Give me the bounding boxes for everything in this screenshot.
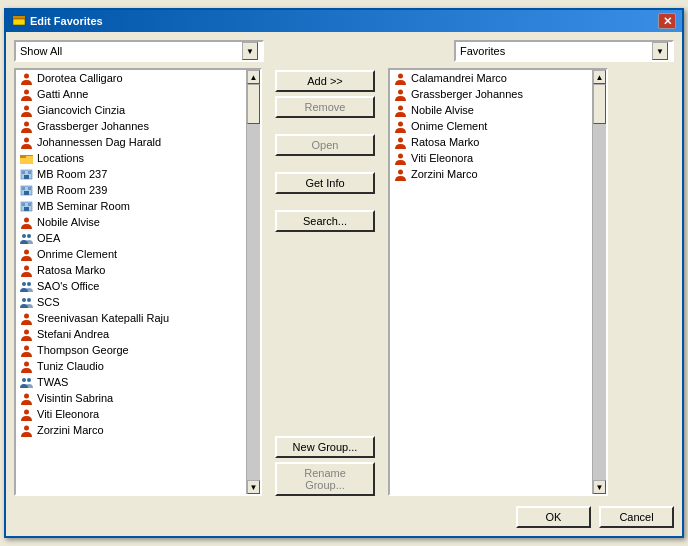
left-list-item[interactable]: OEA: [16, 230, 246, 246]
svg-point-5: [24, 105, 29, 110]
right-scroll-thumb[interactable]: [593, 84, 606, 124]
left-list-item[interactable]: Sreenivasan Katepalli Raju: [16, 310, 246, 326]
svg-point-41: [398, 73, 403, 78]
person-icon: [393, 151, 407, 165]
svg-point-23: [24, 217, 29, 222]
item-label: Ratosa Marko: [37, 264, 105, 276]
scroll-down-arrow[interactable]: ▼: [247, 480, 260, 494]
left-list-item[interactable]: Onrime Clement: [16, 246, 246, 262]
right-list-item[interactable]: Calamandrei Marco: [390, 70, 592, 86]
svg-point-32: [24, 313, 29, 318]
person-icon: [19, 103, 33, 117]
get-info-button[interactable]: Get Info: [275, 172, 375, 194]
person-icon: [19, 119, 33, 133]
show-all-value: Show All: [20, 45, 62, 57]
right-scroll-up-arrow[interactable]: ▲: [593, 70, 606, 84]
remove-button[interactable]: Remove: [275, 96, 375, 118]
edit-favorites-window: Edit Favorites ✕ Show All ▼ Favorites ▼: [4, 8, 684, 538]
svg-point-33: [24, 329, 29, 334]
item-label: OEA: [37, 232, 60, 244]
favorites-arrow[interactable]: ▼: [652, 42, 668, 60]
show-all-combo[interactable]: Show All ▼: [14, 40, 264, 62]
right-scroll-down-arrow[interactable]: ▼: [593, 480, 606, 494]
main-area: Dorotea Calligaro Gatti Anne Giancovich …: [14, 68, 674, 496]
right-list-item[interactable]: Onime Clement: [390, 118, 592, 134]
left-list-item[interactable]: Gatti Anne: [16, 86, 246, 102]
right-scrollbar[interactable]: ▲ ▼: [592, 70, 606, 494]
item-label: Ratosa Marko: [411, 136, 479, 148]
svg-rect-16: [24, 191, 29, 195]
left-list-item[interactable]: Thompson George: [16, 342, 246, 358]
left-list-item[interactable]: Giancovich Cinzia: [16, 102, 246, 118]
left-list-item[interactable]: SAO's Office: [16, 278, 246, 294]
svg-point-37: [27, 378, 31, 382]
right-list-item[interactable]: Grassberger Johannes: [390, 86, 592, 102]
svg-point-45: [398, 137, 403, 142]
item-label: Onime Clement: [411, 120, 487, 132]
left-list-item[interactable]: Viti Eleonora: [16, 406, 246, 422]
person-icon: [19, 343, 33, 357]
right-list-item[interactable]: Ratosa Marko: [390, 134, 592, 150]
right-list: Calamandrei Marco Grassberger Johannes N…: [390, 70, 592, 182]
new-group-button[interactable]: New Group...: [275, 436, 375, 458]
left-list-item[interactable]: Tuniz Claudio: [16, 358, 246, 374]
right-list-scroll[interactable]: Calamandrei Marco Grassberger Johannes N…: [390, 70, 592, 494]
left-list-scroll[interactable]: Dorotea Calligaro Gatti Anne Giancovich …: [16, 70, 246, 494]
open-button[interactable]: Open: [275, 134, 375, 156]
left-list-item[interactable]: Johannessen Dag Harald: [16, 134, 246, 150]
item-label: Visintin Sabrina: [37, 392, 113, 404]
scroll-thumb[interactable]: [247, 84, 260, 124]
left-list-item[interactable]: Locations: [16, 150, 246, 166]
svg-point-36: [22, 378, 26, 382]
svg-point-44: [398, 121, 403, 126]
item-label: TWAS: [37, 376, 68, 388]
left-list-item[interactable]: Ratosa Marko: [16, 262, 246, 278]
svg-point-29: [27, 282, 31, 286]
svg-point-47: [398, 169, 403, 174]
left-list-item[interactable]: SCS: [16, 294, 246, 310]
item-label: Onrime Clement: [37, 248, 117, 260]
search-button[interactable]: Search...: [275, 210, 375, 232]
left-list-item[interactable]: Stefani Andrea: [16, 326, 246, 342]
ok-button[interactable]: OK: [516, 506, 591, 528]
title-bar: Edit Favorites ✕: [6, 10, 682, 32]
left-list-item[interactable]: MB Room 239: [16, 182, 246, 198]
left-list-item[interactable]: MB Room 237: [16, 166, 246, 182]
item-label: Gatti Anne: [37, 88, 88, 100]
scroll-up-arrow[interactable]: ▲: [247, 70, 260, 84]
window-icon: [12, 14, 26, 28]
left-list-item[interactable]: Zorzini Marco: [16, 422, 246, 438]
add-button[interactable]: Add >>: [275, 70, 375, 92]
close-button[interactable]: ✕: [658, 13, 676, 29]
item-label: MB Seminar Room: [37, 200, 130, 212]
rename-group-button[interactable]: Rename Group...: [275, 462, 375, 496]
group-icon: [19, 295, 33, 309]
item-label: MB Room 237: [37, 168, 107, 180]
cancel-button[interactable]: Cancel: [599, 506, 674, 528]
left-list-item[interactable]: MB Seminar Room: [16, 198, 246, 214]
person-icon: [19, 71, 33, 85]
right-list-item[interactable]: Zorzini Marco: [390, 166, 592, 182]
svg-point-4: [24, 89, 29, 94]
favorites-combo[interactable]: Favorites ▼: [454, 40, 674, 62]
left-scrollbar[interactable]: ▲ ▼: [246, 70, 260, 494]
left-list-item[interactable]: Visintin Sabrina: [16, 390, 246, 406]
item-label: Giancovich Cinzia: [37, 104, 125, 116]
svg-rect-1: [13, 16, 25, 19]
person-icon: [19, 215, 33, 229]
item-label: SAO's Office: [37, 280, 99, 292]
person-icon: [19, 87, 33, 101]
show-all-arrow[interactable]: ▼: [242, 42, 258, 60]
left-list-item[interactable]: TWAS: [16, 374, 246, 390]
left-list-item[interactable]: Dorotea Calligaro: [16, 70, 246, 86]
left-list-item[interactable]: Nobile Alvise: [16, 214, 246, 230]
person-icon: [393, 103, 407, 117]
scroll-track: [247, 84, 260, 480]
item-label: Dorotea Calligaro: [37, 72, 123, 84]
room-icon: [19, 199, 33, 213]
left-list-item[interactable]: Grassberger Johannes: [16, 118, 246, 134]
person-icon: [393, 71, 407, 85]
right-list-item[interactable]: Viti Eleonora: [390, 150, 592, 166]
svg-rect-20: [24, 207, 29, 211]
right-list-item[interactable]: Nobile Alvise: [390, 102, 592, 118]
